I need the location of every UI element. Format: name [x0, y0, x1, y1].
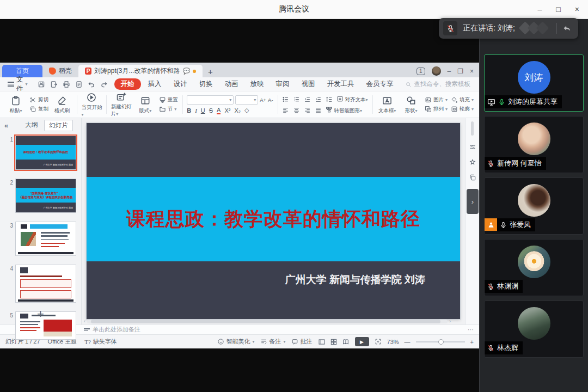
vertical-scrollbar[interactable] — [471, 121, 474, 136]
bullets-icon[interactable] — [282, 96, 289, 103]
maximize-button[interactable]: □ — [556, 5, 560, 14]
slide-thumbnail-2[interactable]: “国家战略·变轨超车”： 《融合报道与策划》课程思政的创新亮色 广州大学 新闻与… — [15, 179, 76, 213]
zoom-out-button[interactable]: — — [405, 339, 411, 345]
menu-member[interactable]: 会员专享 — [362, 78, 399, 90]
slide-thumbnail-1[interactable]: 课程思政：教学改革的情怀和路径 广州大学 新闻与传播学院 刘涛 — [15, 136, 76, 170]
horizontal-scrollbar[interactable]: ‹ › — [84, 319, 451, 323]
close-button[interactable]: × — [575, 5, 579, 14]
save-icon[interactable] — [38, 81, 45, 88]
clear-format-button[interactable]: ◇ — [244, 107, 249, 114]
decrease-font-button[interactable]: A- — [268, 97, 273, 103]
normal-view-icon[interactable] — [318, 338, 326, 346]
menu-transition[interactable]: 切换 — [194, 78, 218, 90]
participant-tile[interactable]: 林渊渊 — [484, 239, 584, 296]
notes-toggle-button[interactable]: 备注▾ — [260, 338, 286, 346]
expand-sidebar-tab[interactable]: › — [467, 189, 479, 214]
menu-slideshow[interactable]: 放映 — [246, 78, 269, 90]
participant-tile[interactable]: 张爱凤 — [484, 177, 584, 235]
tab-slides[interactable]: 幻灯片 — [44, 120, 73, 131]
zoom-slider[interactable] — [416, 341, 465, 342]
italic-button[interactable]: I — [195, 107, 197, 114]
new-slide-button[interactable]: 新建幻灯片▾ — [111, 91, 132, 118]
textbox-button[interactable]: 文本框▾ — [377, 95, 397, 114]
line-spacing-icon[interactable] — [326, 96, 333, 103]
add-slide-button[interactable]: + — [0, 307, 81, 321]
play-from-current-button[interactable]: 当页开始▾ — [81, 92, 102, 117]
beautify-star-icon[interactable] — [469, 158, 476, 166]
participant-tile[interactable]: 林杰辉 — [484, 301, 584, 358]
format-painter-button[interactable]: 格式刷 — [52, 95, 72, 114]
collapse-panel-button[interactable]: « — [0, 121, 13, 130]
wps-close-button[interactable]: × — [470, 68, 474, 75]
cut-button[interactable]: 剪切 — [29, 96, 48, 103]
reset-slide-button[interactable]: 重置 — [159, 96, 178, 103]
redo-icon[interactable] — [100, 81, 108, 88]
participant-tile[interactable]: 新传网 何夏怡 — [484, 116, 584, 173]
to-smartart-button[interactable]: 转智能图形▾ — [326, 106, 362, 114]
current-slide[interactable]: 课程思政：教学改革的情怀和路径 广州大学 新闻与传播学院 刘涛 — [87, 123, 460, 319]
font-size-select[interactable]: ▾ — [235, 95, 258, 105]
slide-thumbnail-3[interactable] — [15, 222, 76, 256]
fit-screen-icon[interactable] — [375, 338, 382, 345]
paste-button[interactable]: 粘贴▾ — [5, 95, 26, 114]
notes-more-button[interactable]: ⋯ — [468, 326, 474, 333]
new-tab-button[interactable]: + — [203, 67, 218, 77]
participant-tile[interactable]: 刘涛 刘涛的屏幕共享 — [484, 54, 584, 112]
bold-button[interactable]: B — [187, 107, 191, 114]
copy-button[interactable]: 复制 — [29, 106, 48, 113]
arrange-button[interactable]: 排列▾ — [425, 106, 448, 113]
menu-design[interactable]: 设计 — [169, 78, 192, 90]
print-icon[interactable] — [63, 81, 70, 88]
scroll-right-icon[interactable]: › — [449, 318, 451, 324]
indent-increase-icon[interactable] — [315, 96, 322, 103]
comments-button[interactable]: 批注 — [291, 338, 313, 346]
preview-icon[interactable] — [75, 81, 83, 88]
shapes-button[interactable]: 形状▾ — [401, 95, 421, 114]
command-search-input[interactable]: 查找命令、搜索模板 — [401, 79, 482, 89]
scroll-left-icon[interactable]: ‹ — [84, 318, 85, 324]
picture-button[interactable]: 图片▾ — [425, 96, 448, 103]
menu-review[interactable]: 审阅 — [271, 78, 295, 90]
toast-muted-mic-icon[interactable] — [443, 21, 457, 35]
increase-font-button[interactable]: A+ — [260, 97, 266, 103]
tab-docer[interactable]: 稻壳 — [42, 65, 78, 77]
slideshow-play-button[interactable]: ▶ — [355, 337, 369, 346]
subscript-button[interactable]: X₂ — [234, 107, 241, 114]
wps-minimize-button[interactable]: – — [448, 68, 451, 75]
properties-icon[interactable] — [469, 143, 476, 151]
align-center-icon[interactable] — [293, 107, 300, 114]
underline-button[interactable]: U — [201, 107, 205, 114]
fill-button[interactable]: 填充▾ — [451, 96, 474, 103]
missing-font-button[interactable]: T? 缺失字体 — [84, 338, 117, 346]
reading-view-icon[interactable] — [342, 338, 350, 346]
slide-thumbnail-4[interactable] — [15, 265, 76, 303]
slides-copy-icon[interactable] — [469, 174, 476, 181]
tab-document[interactable]: P 刘涛ppt(3月...改革的情怀和路径 💬 — [78, 65, 203, 77]
slide-layout-button[interactable]: 版式▾ — [135, 95, 156, 114]
section-button[interactable]: 节▾ — [159, 106, 178, 113]
menu-view[interactable]: 视图 — [297, 78, 320, 90]
align-justify-icon[interactable] — [315, 107, 322, 114]
window-count-badge[interactable]: 1 — [416, 68, 425, 75]
menu-animation[interactable]: 动画 — [220, 78, 243, 90]
indent-decrease-icon[interactable] — [304, 96, 311, 103]
font-name-select[interactable]: ▾ — [187, 95, 234, 105]
numbering-icon[interactable] — [293, 96, 300, 103]
undo-icon[interactable] — [88, 81, 95, 88]
zoom-level[interactable]: 73% — [387, 339, 399, 345]
menu-insert[interactable]: 插入 — [143, 78, 167, 90]
menu-start[interactable]: 开始 — [114, 78, 141, 90]
reply-icon[interactable] — [562, 24, 572, 33]
sorter-view-icon[interactable] — [330, 338, 338, 346]
outline-button[interactable]: 轮廓▾ — [451, 106, 474, 113]
menu-devtools[interactable]: 开发工具 — [322, 78, 359, 90]
align-right-icon[interactable] — [304, 107, 311, 114]
tab-outline[interactable]: 大纲 — [21, 120, 42, 131]
font-color-button[interactable]: A — [217, 107, 220, 114]
minimize-button[interactable]: – — [538, 5, 542, 14]
wps-restore-button[interactable]: ❐ — [457, 68, 463, 75]
strikethrough-button[interactable]: S — [209, 107, 213, 114]
export-icon[interactable] — [50, 81, 58, 88]
zoom-in-button[interactable]: + — [470, 339, 474, 345]
align-text-button[interactable]: 对齐文本▾ — [336, 95, 368, 103]
